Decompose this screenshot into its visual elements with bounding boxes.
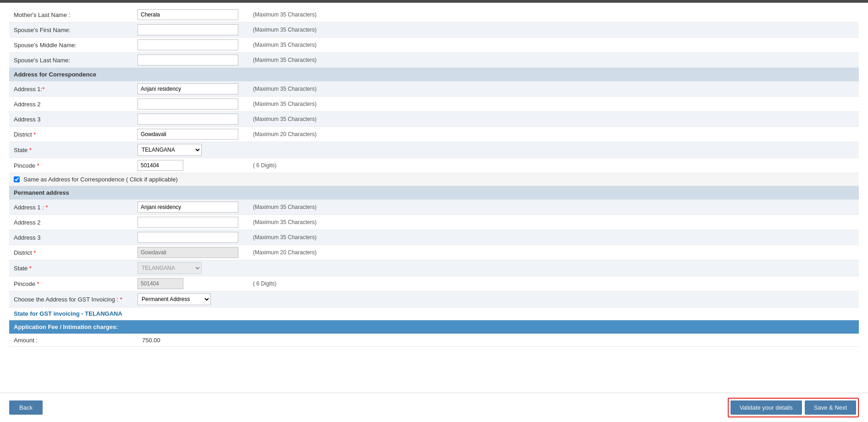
- corr-address1-input[interactable]: [137, 83, 238, 94]
- spouses-middle-name-hint: (Maximum 35 Characters): [247, 42, 317, 48]
- spouses-middle-name-label: Spouse's Middle Name:: [9, 42, 137, 49]
- app-fee-header: Application Fee / Intimation charges:: [9, 320, 859, 334]
- perm-pincode-row: Pincode * ( 6 Digits): [9, 276, 859, 291]
- perm-address1-label: Address 1 : *: [9, 204, 137, 211]
- corr-district-input[interactable]: [137, 129, 238, 140]
- spouses-first-name-hint: (Maximum 35 Characters): [247, 27, 317, 33]
- address-correspondence-label: Address for Correspondence: [9, 71, 137, 78]
- same-as-correspondence-checkbox-label[interactable]: Same as Address for Correspondence ( Cli…: [23, 176, 178, 183]
- gst-address-label: Choose the Address for GST Invoicing : *: [9, 296, 137, 303]
- corr-address1-label: Address 1:*: [9, 86, 137, 93]
- corr-state-row: State * TELANGANA ANDHRA PRADESH KARNATA…: [9, 142, 859, 158]
- perm-state-row: State * TELANGANA ANDHRA PRADESH: [9, 260, 859, 276]
- spouses-last-name-label: Spouse's Last Name:: [9, 57, 137, 64]
- gst-address-select[interactable]: Permanent Address Correspondence Address: [137, 293, 211, 305]
- perm-address2-label: Address 2: [9, 219, 137, 226]
- amount-value: 750.00: [142, 337, 160, 344]
- perm-pincode-label: Pincode *: [9, 280, 137, 287]
- corr-address3-label: Address 3: [9, 116, 137, 123]
- corr-pincode-row: Pincode * ( 6 Digits): [9, 158, 859, 173]
- perm-district-input[interactable]: [137, 247, 238, 258]
- mothers-last-name-label: Mother's Last Name :: [9, 11, 137, 18]
- perm-address2-row: Address 2 (Maximum 35 Characters): [9, 215, 859, 230]
- amount-label: Amount :: [14, 337, 142, 344]
- app-fee-header-label: Application Fee / Intimation charges:: [9, 323, 118, 330]
- spouses-first-name-input[interactable]: [137, 24, 238, 35]
- perm-district-label: District *: [9, 249, 137, 256]
- corr-state-select[interactable]: TELANGANA ANDHRA PRADESH KARNATAKA TAMIL…: [137, 144, 202, 156]
- perm-pincode-input[interactable]: [137, 278, 183, 289]
- perm-address3-label: Address 3: [9, 234, 137, 241]
- corr-district-label: District *: [9, 131, 137, 138]
- address-correspondence-header: Address for Correspondence: [9, 68, 859, 82]
- same-as-correspondence-row: Same as Address for Correspondence ( Cli…: [9, 173, 859, 186]
- spouses-first-name-row: Spouse's First Name: (Maximum 35 Charact…: [9, 22, 859, 38]
- perm-address2-input[interactable]: [137, 217, 238, 228]
- perm-address1-input[interactable]: [137, 202, 238, 213]
- perm-address1-hint: (Maximum 35 Characters): [247, 204, 317, 210]
- same-as-correspondence-checkbox[interactable]: [14, 176, 20, 182]
- corr-address1-hint: (Maximum 35 Characters): [247, 86, 317, 92]
- perm-address3-row: Address 3 (Maximum 35 Characters): [9, 230, 859, 245]
- corr-address2-label: Address 2: [9, 101, 137, 108]
- corr-address2-row: Address 2 (Maximum 35 Characters): [9, 97, 859, 112]
- corr-address3-input[interactable]: [137, 114, 238, 125]
- mothers-last-name-input[interactable]: [137, 9, 238, 20]
- perm-pincode-hint: ( 6 Digits): [247, 280, 276, 287]
- corr-district-row: District * (Maximum 20 Characters): [9, 127, 859, 142]
- perm-address3-input[interactable]: [137, 232, 238, 243]
- spouses-last-name-row: Spouse's Last Name: (Maximum 35 Characte…: [9, 53, 859, 68]
- corr-address2-input[interactable]: [137, 99, 238, 110]
- perm-address1-row: Address 1 : * (Maximum 35 Characters): [9, 200, 859, 215]
- mothers-last-name-row: Mother's Last Name : (Maximum 35 Charact…: [9, 7, 859, 22]
- spouses-middle-name-row: Spouse's Middle Name: (Maximum 35 Charac…: [9, 38, 859, 53]
- permanent-address-label: Permanent address: [9, 189, 137, 196]
- perm-address3-hint: (Maximum 35 Characters): [247, 234, 317, 241]
- corr-district-hint: (Maximum 20 Characters): [247, 131, 317, 137]
- corr-pincode-label: Pincode *: [9, 162, 137, 169]
- corr-pincode-input[interactable]: [137, 160, 183, 171]
- spouses-last-name-hint: (Maximum 35 Characters): [247, 57, 317, 63]
- corr-state-label: State *: [9, 147, 137, 153]
- amount-row: Amount : 750.00: [9, 334, 859, 347]
- perm-address2-hint: (Maximum 35 Characters): [247, 219, 317, 225]
- permanent-address-header: Permanent address: [9, 186, 859, 200]
- perm-district-row: District * (Maximum 20 Characters): [9, 245, 859, 260]
- perm-state-select[interactable]: TELANGANA ANDHRA PRADESH: [137, 262, 202, 274]
- spouses-middle-name-input[interactable]: [137, 39, 238, 50]
- corr-address2-hint: (Maximum 35 Characters): [247, 101, 317, 107]
- gst-address-row: Choose the Address for GST Invoicing : *…: [9, 291, 859, 307]
- spouses-last-name-input[interactable]: [137, 55, 238, 66]
- corr-address3-row: Address 3 (Maximum 35 Characters): [9, 112, 859, 127]
- mothers-last-name-hint: (Maximum 35 Characters): [247, 11, 317, 18]
- perm-district-hint: (Maximum 20 Characters): [247, 249, 317, 256]
- corr-address1-row: Address 1:* (Maximum 35 Characters): [9, 82, 859, 97]
- gst-state-info: State for GST invoicing - TELANGANA: [9, 307, 859, 320]
- spouses-first-name-label: Spouse's First Name:: [9, 27, 137, 33]
- corr-pincode-hint: ( 6 Digits): [247, 162, 276, 169]
- perm-state-label: State *: [9, 265, 137, 272]
- corr-address3-hint: (Maximum 35 Characters): [247, 116, 317, 122]
